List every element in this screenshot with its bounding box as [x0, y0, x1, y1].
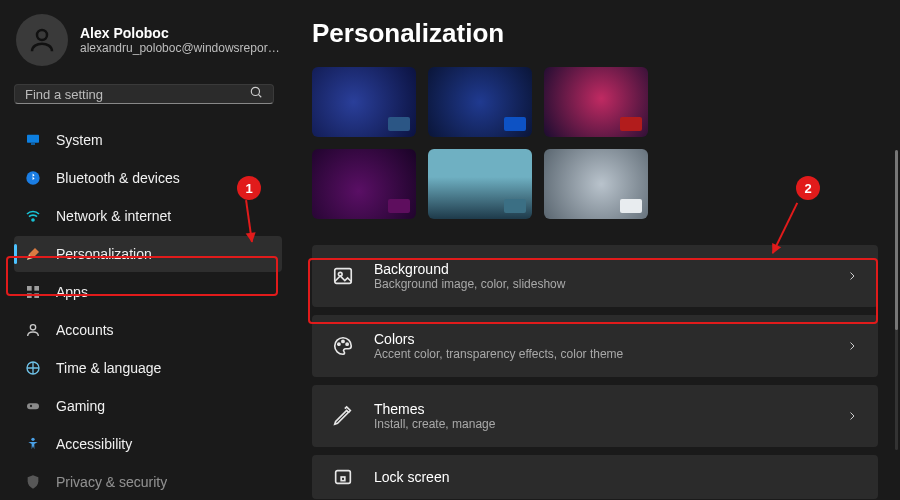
chevron-right-icon	[844, 268, 860, 284]
page-title: Personalization	[312, 18, 878, 49]
sidebar-item-system[interactable]: System	[14, 122, 282, 158]
wifi-icon	[24, 207, 42, 225]
settings-row-themes[interactable]: Themes Install, create, manage	[312, 385, 878, 447]
annotation-callout-2: 2	[796, 176, 820, 200]
sidebar-item-label: Privacy & security	[56, 474, 167, 490]
scrollbar-thumb[interactable]	[895, 150, 898, 330]
sidebar-item-label: Accounts	[56, 322, 114, 338]
bluetooth-icon	[24, 169, 42, 187]
sidebar-item-label: Personalization	[56, 246, 152, 262]
row-title: Themes	[374, 401, 826, 417]
settings-list: Background Background image, color, slid…	[312, 245, 878, 499]
svg-rect-7	[27, 286, 32, 291]
sidebar: Alex Poloboc alexandru_poloboc@windowsre…	[0, 0, 290, 500]
svg-point-15	[31, 438, 34, 441]
sidebar-item-privacy[interactable]: Privacy & security	[14, 464, 282, 500]
search-box[interactable]	[14, 84, 274, 104]
sidebar-item-label: Accessibility	[56, 436, 132, 452]
svg-point-11	[30, 325, 35, 330]
sidebar-item-network[interactable]: Network & internet	[14, 198, 282, 234]
brush-icon	[24, 245, 42, 263]
chevron-right-icon	[844, 408, 860, 424]
row-subtitle: Background image, color, slideshow	[374, 277, 826, 291]
sidebar-item-time-language[interactable]: Time & language	[14, 350, 282, 386]
svg-point-6	[32, 219, 34, 221]
sidebar-item-label: System	[56, 132, 103, 148]
row-title: Background	[374, 261, 826, 277]
svg-point-18	[338, 343, 340, 345]
row-subtitle: Install, create, manage	[374, 417, 826, 431]
settings-row-lockscreen[interactable]: Lock screen	[312, 455, 878, 499]
accessibility-icon	[24, 435, 42, 453]
svg-point-19	[342, 340, 344, 342]
profile-name: Alex Poloboc	[80, 25, 280, 41]
sidebar-item-label: Bluetooth & devices	[56, 170, 180, 186]
lock-icon	[330, 464, 356, 490]
person-icon	[24, 321, 42, 339]
sidebar-item-accounts[interactable]: Accounts	[14, 312, 282, 348]
pen-icon	[330, 403, 356, 429]
svg-rect-8	[34, 286, 39, 291]
sidebar-item-personalization[interactable]: Personalization	[14, 236, 282, 272]
chevron-right-icon	[844, 338, 860, 354]
svg-line-2	[258, 94, 261, 97]
annotation-callout-1: 1	[237, 176, 261, 200]
shield-icon	[24, 473, 42, 491]
clock-globe-icon	[24, 359, 42, 377]
theme-thumbnail[interactable]	[312, 67, 416, 137]
image-icon	[330, 263, 356, 289]
theme-thumbnail[interactable]	[544, 67, 648, 137]
sidebar-item-gaming[interactable]: Gaming	[14, 388, 282, 424]
theme-thumbnail-grid	[312, 67, 878, 219]
gamepad-icon	[24, 397, 42, 415]
sidebar-item-label: Apps	[56, 284, 88, 300]
sidebar-item-accessibility[interactable]: Accessibility	[14, 426, 282, 462]
search-input[interactable]	[25, 87, 249, 102]
settings-row-colors[interactable]: Colors Accent color, transparency effect…	[312, 315, 878, 377]
row-subtitle: Accent color, transparency effects, colo…	[374, 347, 826, 361]
profile-email: alexandru_poloboc@windowsreport...	[80, 41, 280, 55]
grid-icon	[24, 283, 42, 301]
svg-rect-10	[34, 293, 39, 298]
theme-thumbnail[interactable]	[312, 149, 416, 219]
svg-rect-13	[27, 403, 39, 409]
settings-row-background[interactable]: Background Background image, color, slid…	[312, 245, 878, 307]
main-panel: Personalization Background Background im…	[290, 0, 900, 500]
svg-point-14	[30, 405, 32, 407]
row-title: Lock screen	[374, 469, 860, 485]
theme-thumbnail[interactable]	[544, 149, 648, 219]
svg-rect-9	[27, 293, 32, 298]
avatar	[16, 14, 68, 66]
svg-rect-4	[31, 143, 35, 144]
svg-point-1	[251, 87, 259, 95]
row-title: Colors	[374, 331, 826, 347]
svg-rect-22	[341, 477, 345, 481]
monitor-icon	[24, 131, 42, 149]
search-icon	[249, 85, 263, 103]
sidebar-item-label: Gaming	[56, 398, 105, 414]
scrollbar[interactable]	[895, 150, 898, 450]
svg-rect-3	[27, 135, 39, 143]
sidebar-item-apps[interactable]: Apps	[14, 274, 282, 310]
profile-block[interactable]: Alex Poloboc alexandru_poloboc@windowsre…	[14, 14, 282, 66]
svg-point-0	[37, 30, 47, 40]
palette-icon	[330, 333, 356, 359]
svg-rect-16	[335, 269, 352, 284]
sidebar-item-label: Network & internet	[56, 208, 171, 224]
svg-point-20	[346, 343, 348, 345]
sidebar-item-label: Time & language	[56, 360, 161, 376]
theme-thumbnail[interactable]	[428, 149, 532, 219]
theme-thumbnail[interactable]	[428, 67, 532, 137]
